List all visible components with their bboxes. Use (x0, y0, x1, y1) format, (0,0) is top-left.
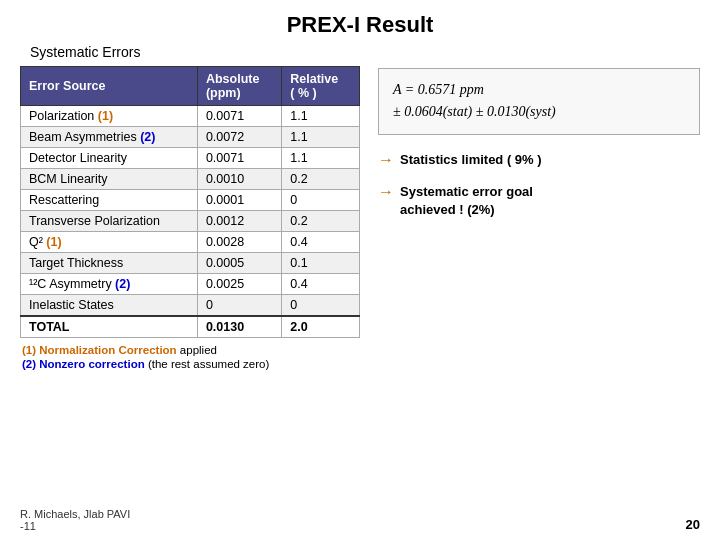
absolute-cell: 0.0072 (197, 127, 281, 148)
error-source-cell: Rescattering (21, 190, 198, 211)
table-row: BCM Linearity0.00100.2 (21, 169, 360, 190)
absolute-cell: 0.0028 (197, 232, 281, 253)
table-row: Detector Linearity0.00711.1 (21, 148, 360, 169)
right-panel: A = 0.6571 ppm ± 0.0604(stat) ± 0.0130(s… (360, 66, 700, 233)
table-row: Rescattering0.00010 (21, 190, 360, 211)
absolute-cell: 0.0005 (197, 253, 281, 274)
bullet-points: → Statistics limited ( 9% )→ Systematic … (378, 151, 700, 220)
table-row: Q² (1)0.00280.4 (21, 232, 360, 253)
absolute-cell: 0.0025 (197, 274, 281, 295)
formula-line2: ± 0.0604(stat) ± 0.0130(syst) (393, 101, 685, 123)
footer: R. Michaels, Jlab PAVI -11 (20, 508, 130, 532)
total-label: TOTAL (21, 316, 198, 338)
error-source-cell: Transverse Polarization (21, 211, 198, 232)
relative-cell: 0.4 (282, 232, 360, 253)
subtitle: Systematic Errors (30, 44, 720, 60)
absolute-cell: 0 (197, 295, 281, 317)
relative-cell: 1.1 (282, 148, 360, 169)
table-row: Target Thickness0.00050.1 (21, 253, 360, 274)
relative-cell: 0 (282, 295, 360, 317)
formula-box: A = 0.6571 ppm ± 0.0604(stat) ± 0.0130(s… (378, 68, 700, 135)
bullet-text: Statistics limited ( 9% ) (400, 151, 542, 169)
footnotes: (1) Normalization Correction applied(2) … (22, 344, 360, 370)
bullet-text: Systematic error goal achieved ! (2%) (400, 183, 533, 219)
footer-line2: -11 (20, 520, 130, 532)
arrow-icon: → (378, 151, 394, 169)
absolute-cell: 0.0071 (197, 148, 281, 169)
error-source-cell: Detector Linearity (21, 148, 198, 169)
col-header-relative: Relative( % ) (282, 67, 360, 106)
bullet-item: → Systematic error goal achieved ! (2%) (378, 183, 700, 219)
total-relative: 2.0 (282, 316, 360, 338)
systematic-errors-table: Error Source Absolute(ppm) Relative( % )… (20, 66, 360, 338)
absolute-cell: 0.0001 (197, 190, 281, 211)
formula-line1: A = 0.6571 ppm (393, 79, 685, 101)
bullet-item: → Statistics limited ( 9% ) (378, 151, 700, 169)
page-number: 20 (686, 517, 700, 532)
error-source-cell: Target Thickness (21, 253, 198, 274)
error-source-cell: Beam Asymmetries (2) (21, 127, 198, 148)
error-source-cell: Q² (1) (21, 232, 198, 253)
absolute-cell: 0.0071 (197, 106, 281, 127)
table-row: Inelastic States00 (21, 295, 360, 317)
table-row: Beam Asymmetries (2)0.00721.1 (21, 127, 360, 148)
total-row: TOTAL0.01302.0 (21, 316, 360, 338)
relative-cell: 1.1 (282, 127, 360, 148)
relative-cell: 0.1 (282, 253, 360, 274)
arrow-icon: → (378, 183, 394, 201)
table-row: Transverse Polarization0.00120.2 (21, 211, 360, 232)
absolute-cell: 0.0012 (197, 211, 281, 232)
total-absolute: 0.0130 (197, 316, 281, 338)
relative-cell: 0 (282, 190, 360, 211)
absolute-cell: 0.0010 (197, 169, 281, 190)
error-source-cell: Polarization (1) (21, 106, 198, 127)
col-header-absolute: Absolute(ppm) (197, 67, 281, 106)
relative-cell: 0.2 (282, 169, 360, 190)
error-source-cell: ¹²C Asymmetry (2) (21, 274, 198, 295)
relative-cell: 0.4 (282, 274, 360, 295)
footnote: (1) Normalization Correction applied (22, 344, 360, 356)
left-panel: Error Source Absolute(ppm) Relative( % )… (20, 66, 360, 372)
footer-author: R. Michaels, Jlab PAVI (20, 508, 130, 520)
col-header-error-source: Error Source (21, 67, 198, 106)
table-row: ¹²C Asymmetry (2)0.00250.4 (21, 274, 360, 295)
error-source-cell: BCM Linearity (21, 169, 198, 190)
table-row: Polarization (1)0.00711.1 (21, 106, 360, 127)
relative-cell: 1.1 (282, 106, 360, 127)
error-source-cell: Inelastic States (21, 295, 198, 317)
footnote: (2) Nonzero correction (the rest assumed… (22, 358, 360, 370)
relative-cell: 0.2 (282, 211, 360, 232)
page-title: PREX-I Result (0, 0, 720, 44)
